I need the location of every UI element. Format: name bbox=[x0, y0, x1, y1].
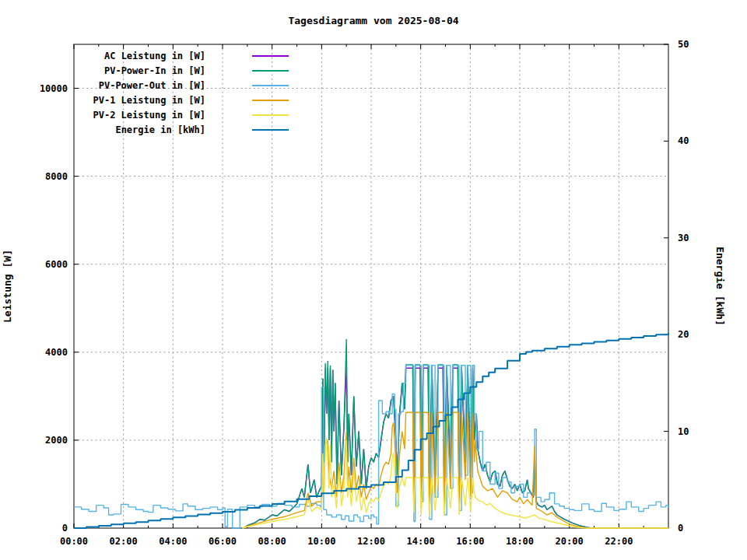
y-axis-label: Leistung [W] bbox=[2, 250, 13, 323]
legend-label-pv1: PV-1 Leistung in [W] bbox=[93, 95, 206, 106]
x-tick-label: 00:00 bbox=[60, 536, 88, 547]
y-tick-label: 8000 bbox=[45, 171, 68, 182]
series-pv1-line bbox=[243, 412, 669, 528]
x-tick-label: 14:00 bbox=[407, 536, 435, 547]
x-tick-label: 12:00 bbox=[357, 536, 385, 547]
y2-tick-label: 50 bbox=[678, 39, 689, 50]
y-tick-label: 4000 bbox=[45, 347, 68, 358]
legend-label-ac: AC Leistung in [W] bbox=[104, 51, 205, 61]
x-tick-label: 20:00 bbox=[556, 536, 584, 547]
y-tick-label: 2000 bbox=[45, 435, 68, 446]
x-tick-label: 16:00 bbox=[456, 536, 484, 547]
y2-tick-label: 30 bbox=[678, 233, 689, 243]
tagesdiagramm-page: 00:0002:0004:0006:0008:0010:0012:0014:00… bbox=[0, 0, 747, 560]
y2-tick-label: 0 bbox=[678, 523, 683, 534]
y2-axis-label: Energie [kWh] bbox=[714, 247, 726, 326]
x-tick-label: 18:00 bbox=[506, 536, 534, 547]
series-ac-line bbox=[245, 368, 668, 528]
x-tick-label: 22:00 bbox=[605, 536, 633, 547]
y2-tick-label: 40 bbox=[678, 135, 689, 146]
y-tick-label: 0 bbox=[62, 523, 68, 534]
y-tick-label: 6000 bbox=[45, 259, 68, 270]
legend-layer: AC Leistung in [W]PV-Power-In in [W]PV-P… bbox=[93, 51, 289, 135]
legend-label-energie: Energie in [kWh] bbox=[115, 124, 205, 135]
x-tick-label: 04:00 bbox=[159, 536, 187, 547]
x-tick-label: 08:00 bbox=[258, 536, 286, 547]
tagesdiagramm-chart: 00:0002:0004:0006:0008:0010:0012:0014:00… bbox=[0, 0, 747, 560]
legend-label-pv2: PV-2 Leistung in [W] bbox=[93, 110, 206, 121]
legend-label-pv_in: PV-Power-In in [W] bbox=[104, 65, 205, 76]
y2-tick-label: 10 bbox=[678, 426, 689, 437]
legend-label-pv_out: PV-Power-Out in [W] bbox=[99, 80, 205, 91]
x-tick-label: 10:00 bbox=[307, 536, 335, 547]
chart-title: Tagesdiagramm vom 2025-08-04 bbox=[288, 15, 458, 26]
x-tick-label: 06:00 bbox=[209, 536, 237, 547]
y2-tick-label: 20 bbox=[678, 329, 689, 340]
y-tick-label: 10000 bbox=[40, 83, 68, 94]
x-tick-label: 02:00 bbox=[110, 536, 138, 547]
